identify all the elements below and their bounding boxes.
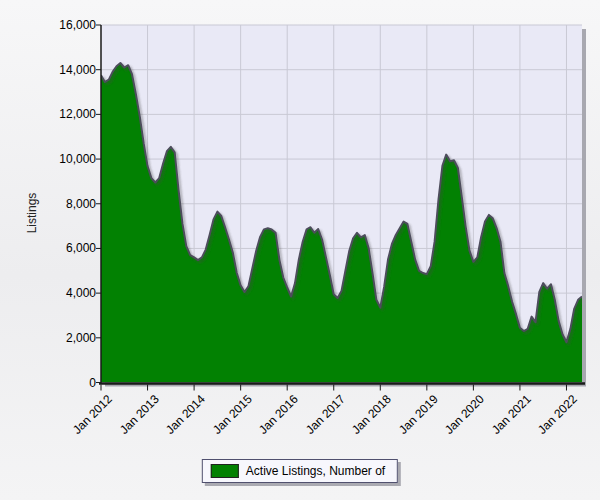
- y-tick-label: 10,000: [2, 152, 96, 166]
- chart-canvas: Listings 02,0004,0006,0008,00010,00012,0…: [0, 0, 600, 500]
- y-tick-label: 12,000: [2, 107, 96, 121]
- y-tick-label: 4,000: [2, 286, 96, 300]
- y-tick-label: 16,000: [2, 18, 96, 32]
- legend-label: Active Listings, Number of: [246, 464, 385, 478]
- y-tick-label: 8,000: [2, 197, 96, 211]
- y-tick-label: 0: [2, 376, 96, 390]
- legend: Active Listings, Number of: [202, 459, 398, 483]
- legend-swatch-icon: [211, 464, 239, 478]
- y-tick-label: 2,000: [2, 331, 96, 345]
- y-tick-label: 6,000: [2, 241, 96, 255]
- y-tick-label: 14,000: [2, 63, 96, 77]
